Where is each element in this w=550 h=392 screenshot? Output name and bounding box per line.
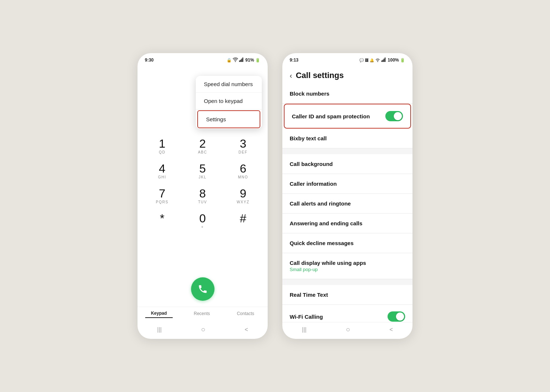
svg-rect-3 [242,58,243,62]
dropdown-open-keypad[interactable]: Open to keypad [196,93,262,110]
signal2-icon [381,58,386,63]
settings-item-10[interactable]: Wi-Fi Calling [282,305,412,322]
settings-label-7: Quick decline messages [290,240,353,246]
settings-screen: ‹ Call settings Block numbersCaller ID a… [282,65,412,336]
menu-icon-right[interactable]: ||| [302,326,307,333]
svg-rect-4 [381,60,382,62]
call-button[interactable] [191,277,214,301]
sys-nav-right: ||| ○ < [282,322,412,336]
svg-rect-5 [382,60,384,62]
battery-right: 100% [388,58,399,63]
time-left: 9:30 [145,58,154,63]
home-icon[interactable]: ○ [201,325,205,334]
sys-nav-left: ||| ○ < [138,322,268,336]
toggle-10[interactable] [388,311,405,322]
battery2-icon: 🔋 [400,58,405,63]
back-arrow[interactable]: ‹ [290,71,292,80]
settings-item-9[interactable]: Real Time Text [282,285,412,305]
settings-label-10: Wi-Fi Calling [290,314,323,320]
settings-label-6: Answering and ending calls [290,220,362,226]
settings-item-5[interactable]: Call alerts and ringtone [282,194,412,214]
main-container: 9:30 🔒 91% 🔋 Speed dial numbers Open to … [123,38,427,354]
key-9[interactable]: 9WXYZ [223,184,263,209]
settings-item-3[interactable]: Call background [282,154,412,174]
key-0[interactable]: 0+ [182,209,223,234]
msg-icon: 💬 [359,58,364,62]
time-right: 9:13 [290,58,298,63]
battery-left: 91% [245,58,254,63]
key-2[interactable]: 2ABC [182,134,223,159]
toggle-1[interactable] [385,111,403,121]
key-#[interactable]: # [223,209,263,234]
key-8[interactable]: 8TUV [182,184,223,209]
call-btn-area [138,274,268,307]
keypad-screen: Speed dial numbers Open to keypad Settin… [138,65,268,336]
status-icons-left: 🔒 91% 🔋 [227,58,260,63]
battery-icon: 🔋 [255,58,260,63]
back-icon[interactable]: < [245,326,248,333]
key-5[interactable]: 5JKL [182,159,223,184]
status-bar-right: 9:13 💬 🖼 🔔 100% 🔋 [282,53,412,65]
settings-label-3: Call background [290,161,333,167]
svg-rect-6 [384,59,385,62]
key-3[interactable]: 3DEF [223,134,263,159]
settings-label-0: Block numbers [290,90,329,97]
key-4[interactable]: 4GHI [142,159,182,184]
phone-left: 9:30 🔒 91% 🔋 Speed dial numbers Open to … [138,53,268,339]
wifi-icon [233,58,238,63]
wifi2-icon [375,58,380,63]
settings-gap-3 [282,148,412,154]
svg-rect-1 [240,60,241,62]
settings-item-7[interactable]: Quick decline messages [282,233,412,253]
bottom-nav: KeypadRecentsContacts [138,307,268,322]
back-icon-right[interactable]: < [389,326,393,333]
menu-icon[interactable]: ||| [157,326,162,333]
settings-label-8: Call display while using apps [290,260,366,266]
settings-item-2[interactable]: Bixby text call [282,129,412,148]
status-icons-right: 💬 🖼 🔔 100% 🔋 [359,58,405,63]
settings-label-2: Bixby text call [290,135,327,141]
settings-item-0[interactable]: Block numbers [282,84,412,104]
settings-label-9: Real Time Text [290,292,328,298]
svg-rect-2 [241,59,242,62]
settings-item-1[interactable]: Caller ID and spam protection [284,104,411,129]
settings-title: Call settings [296,71,344,80]
toggle-knob-1 [394,112,402,120]
settings-gap-9 [282,279,412,285]
status-bar-left: 9:30 🔒 91% 🔋 [138,53,268,65]
key-1[interactable]: 1QD [142,134,182,159]
settings-item-6[interactable]: Answering and ending calls [282,214,412,233]
phone-right: 9:13 💬 🖼 🔔 100% 🔋 ‹ Call settings [282,53,412,339]
svg-rect-7 [385,58,386,62]
lock-icon: 🔒 [227,58,232,63]
nav-tab-keypad[interactable]: Keypad [145,309,173,318]
dropdown-menu: Speed dial numbers Open to keypad Settin… [196,76,262,129]
settings-item-4[interactable]: Caller information [282,174,412,194]
settings-label-1: Caller ID and spam protection [292,113,370,119]
signal-icon [239,58,244,63]
svg-rect-0 [239,60,240,62]
mute-icon: 🔔 [370,58,374,62]
home-icon-right[interactable]: ○ [346,325,350,334]
key-*[interactable]: * [142,209,182,234]
settings-sub-8: Small pop-up [290,267,366,272]
key-7[interactable]: 7PQRS [142,184,182,209]
nav-tab-recents[interactable]: Recents [188,310,216,318]
nav-tab-contacts[interactable]: Contacts [231,310,260,318]
settings-list: Block numbersCaller ID and spam protecti… [282,84,412,322]
photo-icon: 🖼 [365,58,368,62]
key-6[interactable]: 6MNO [223,159,263,184]
dropdown-speed-dial[interactable]: Speed dial numbers [196,76,262,93]
dropdown-settings[interactable]: Settings [197,110,260,128]
settings-header: ‹ Call settings [282,65,412,84]
settings-item-8[interactable]: Call display while using appsSmall pop-u… [282,253,412,279]
settings-label-5: Call alerts and ringtone [290,200,351,207]
keypad-grid: 1QD2ABC3DEF4GHI5JKL6MNO7PQRS8TUV9WXYZ*0+… [142,134,263,234]
toggle-knob-10 [396,313,404,321]
settings-label-4: Caller information [290,181,337,187]
